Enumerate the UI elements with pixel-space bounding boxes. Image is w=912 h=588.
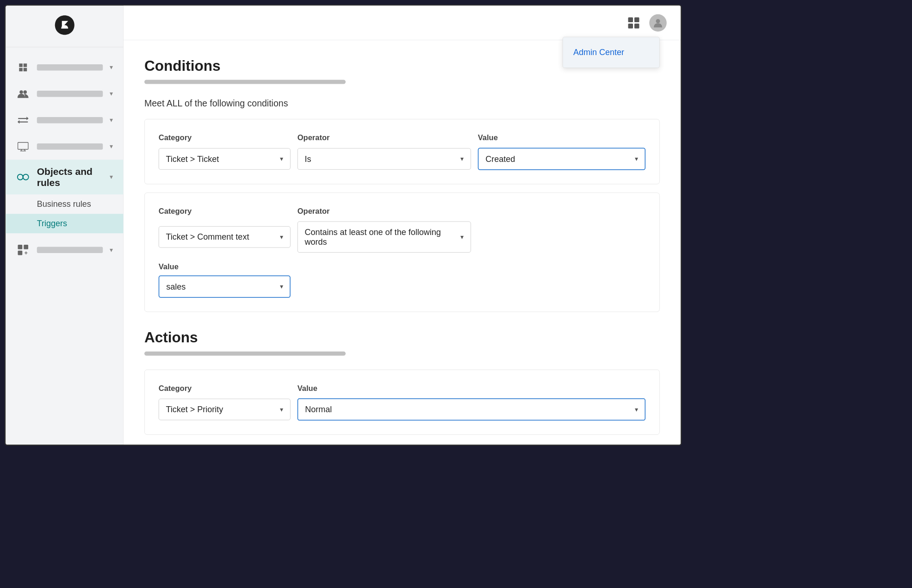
value-select-2[interactable]: sales ▾ xyxy=(159,276,291,298)
category-label-2: Category xyxy=(159,207,298,216)
conditions-meet-text: Meet ALL of the following conditions xyxy=(144,98,660,109)
main-content: Admin Center Conditions Meet ALL of the … xyxy=(124,6,681,445)
category-chevron-1: ▾ xyxy=(280,155,284,163)
action-category-label-1: Category xyxy=(159,384,298,393)
category-select-2[interactable]: Ticket > Comment text ▾ xyxy=(159,226,291,248)
condition-card-2: Category Operator Ticket > Comment text … xyxy=(144,193,660,312)
svg-point-4 xyxy=(19,90,23,94)
operator-select-1-text: Is xyxy=(305,154,311,164)
operator-label-2: Operator xyxy=(298,207,478,216)
operator-chevron-1: ▾ xyxy=(461,155,464,163)
actions-progress-bar xyxy=(144,352,346,356)
sidebar-item-triggers[interactable]: Triggers xyxy=(6,214,123,233)
sidebar-item-people[interactable]: ▾ xyxy=(6,80,123,107)
grid-dot xyxy=(628,17,633,22)
category-chevron-2: ▾ xyxy=(280,233,284,241)
home-icon xyxy=(16,61,30,74)
value-chevron-1: ▾ xyxy=(635,155,638,163)
operator-select-2[interactable]: Contains at least one of the following w… xyxy=(298,222,471,253)
sidebar-item-marketplace[interactable]: + ▾ xyxy=(6,237,123,263)
value-select-1[interactable]: Created ▾ xyxy=(478,148,645,170)
svg-rect-0 xyxy=(19,63,23,67)
svg-marker-7 xyxy=(26,117,29,120)
nav-label-bar xyxy=(37,64,103,71)
svg-rect-18 xyxy=(18,251,23,255)
grid-dot xyxy=(634,24,639,29)
sidebar-item-routing[interactable]: ▾ xyxy=(6,107,123,133)
marketplace-icon: + xyxy=(16,243,30,257)
category-select-1[interactable]: Ticket > Ticket ▾ xyxy=(159,149,291,170)
nav-chevron: ▾ xyxy=(110,117,113,124)
nav-chevron: ▾ xyxy=(110,143,113,151)
logo-area xyxy=(6,6,123,47)
action-value-select-1-text: Normal xyxy=(305,405,332,415)
apps-grid-button[interactable] xyxy=(625,14,643,32)
action-row1-fields: Ticket > Priority ▾ Normal ▾ xyxy=(159,398,645,421)
category-select-1-text: Ticket > Ticket xyxy=(166,154,219,164)
value-label-1: Value xyxy=(478,133,645,142)
action-category-chevron-1: ▾ xyxy=(280,406,284,414)
svg-marker-9 xyxy=(18,120,20,124)
operator-chevron-2: ▾ xyxy=(461,233,464,241)
condition-card-1: Category Operator Value Ticket > Ticket … xyxy=(144,119,660,185)
action-value-label-1: Value xyxy=(298,384,645,393)
value-label-2: Value xyxy=(159,262,645,272)
svg-text:+: + xyxy=(25,250,28,256)
nav-chevron: ▾ xyxy=(110,246,113,254)
sidebar-item-objects-and-rules[interactable]: Objects and rules ▾ xyxy=(6,160,123,194)
actions-section: Actions Category Value Ticket > Priority… xyxy=(144,329,660,435)
workspace-icon xyxy=(16,140,30,154)
page-footer: Create trigger ▾ xyxy=(144,443,660,445)
conditions-section: Conditions Meet ALL of the following con… xyxy=(144,58,660,312)
routing-icon xyxy=(16,113,30,127)
row2-fields: Ticket > Comment text ▾ Contains at leas… xyxy=(159,222,645,253)
action-value-chevron-1: ▾ xyxy=(635,406,638,414)
row2-labels: Category Operator xyxy=(159,207,645,216)
svg-rect-3 xyxy=(24,68,27,72)
objects-and-rules-label: Objects and rules xyxy=(37,166,103,188)
svg-point-14 xyxy=(18,174,23,180)
objects-rules-icon xyxy=(16,170,30,184)
svg-point-20 xyxy=(656,19,660,23)
header-icons xyxy=(625,14,667,32)
svg-point-5 xyxy=(24,90,27,94)
admin-center-link[interactable]: Admin Center xyxy=(563,41,660,64)
conditions-progress-bar xyxy=(144,80,346,84)
action-category-select-1[interactable]: Ticket > Priority ▾ xyxy=(159,399,291,421)
page-body: Conditions Meet ALL of the following con… xyxy=(124,40,681,445)
grid-icon xyxy=(628,17,639,28)
sub-menu-objects-rules: Business rules Triggers xyxy=(6,194,123,237)
category-select-2-text: Ticket > Comment text xyxy=(166,232,249,242)
user-avatar[interactable] xyxy=(650,14,667,32)
nav-label-bar xyxy=(37,117,103,124)
admin-center-dropdown: Admin Center xyxy=(563,37,660,68)
value-select-1-text: Created xyxy=(486,154,515,164)
nav-chevron: ▾ xyxy=(110,173,113,181)
svg-point-15 xyxy=(23,174,29,180)
grid-dot xyxy=(634,17,639,22)
value-chevron-2: ▾ xyxy=(280,283,283,291)
svg-rect-16 xyxy=(18,245,23,249)
value-select-2-text: sales xyxy=(167,282,186,291)
action-value-select-1[interactable]: Normal ▾ xyxy=(298,398,645,421)
sidebar-item-workspace[interactable]: ▾ xyxy=(6,133,123,160)
action-row1-labels: Category Value xyxy=(159,384,645,393)
nav-chevron: ▾ xyxy=(110,90,113,98)
nav-label-bar xyxy=(37,247,103,254)
top-header: Admin Center xyxy=(124,6,681,40)
operator-select-2-text: Contains at least one of the following w… xyxy=(305,228,457,247)
sidebar: ▾ ▾ xyxy=(6,6,124,445)
operator-select-1[interactable]: Is ▾ xyxy=(298,149,471,170)
row2-value-section: Value sales ▾ xyxy=(159,262,645,298)
row1-fields: Ticket > Ticket ▾ Is ▾ Created ▾ xyxy=(159,148,645,170)
sidebar-nav: ▾ ▾ xyxy=(6,47,123,445)
nav-chevron: ▾ xyxy=(110,64,113,72)
action-category-select-1-text: Ticket > Priority xyxy=(166,405,223,415)
nav-label-bar xyxy=(37,91,103,97)
svg-rect-17 xyxy=(24,245,28,249)
action-card-1: Category Value Ticket > Priority ▾ Norma… xyxy=(144,370,660,435)
nav-label-bar xyxy=(37,143,103,150)
svg-rect-1 xyxy=(24,63,27,67)
sidebar-item-home[interactable]: ▾ xyxy=(6,54,123,80)
sidebar-item-business-rules[interactable]: Business rules xyxy=(6,194,123,214)
